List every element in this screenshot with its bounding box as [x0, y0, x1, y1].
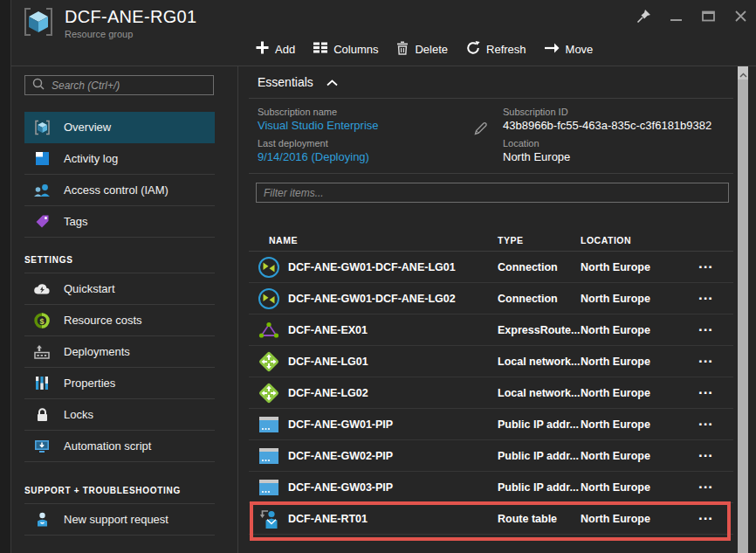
- row-context-menu-button[interactable]: ...: [685, 475, 733, 493]
- row-context-menu-button[interactable]: ...: [685, 318, 733, 335]
- resource-type: Public IP addr...: [498, 481, 581, 494]
- table-row[interactable]: DCF-ANE-EX01 ExpressRoute... North Europ…: [249, 315, 733, 346]
- minimize-button[interactable]: [667, 9, 684, 26]
- sidebar-item-label: Locks: [64, 408, 93, 421]
- sidebar-item-label: Tags: [64, 215, 87, 228]
- sidebar-nav-settings: SETTINGS Quickstart $ Resource costs: [24, 238, 215, 462]
- close-icon: [735, 10, 746, 25]
- close-button[interactable]: [732, 9, 749, 26]
- local-network-gateway-icon: [249, 382, 288, 404]
- chevron-up-icon: [739, 66, 747, 81]
- filter-row: [249, 174, 733, 203]
- add-button[interactable]: Add: [256, 40, 295, 58]
- table-row[interactable]: DCF-ANE-LG02 Local network... North Euro…: [249, 377, 733, 409]
- connection-icon: [249, 287, 288, 310]
- row-context-menu-button[interactable]: ...: [685, 507, 733, 524]
- sidebar-item-tags[interactable]: Tags: [24, 206, 215, 238]
- arrow-right-icon: [545, 43, 560, 56]
- search-icon: [32, 78, 45, 93]
- resource-group-heading: DCF-ANE-RG01 Resource group: [22, 6, 196, 41]
- maximize-button[interactable]: [699, 9, 717, 26]
- column-header-type[interactable]: TYPE: [498, 235, 581, 245]
- blade-left-seam: [0, 0, 11, 553]
- sidebar-item-label: Overview: [64, 121, 111, 134]
- resource-type: Route table: [498, 513, 581, 525]
- row-context-menu-button[interactable]: ...: [685, 349, 733, 367]
- sidebar-item-automation-script[interactable]: Automation script: [24, 431, 215, 462]
- sidebar-item-deployments[interactable]: Deployments: [24, 336, 215, 368]
- row-context-menu-button[interactable]: ...: [685, 381, 733, 398]
- window-controls: [635, 8, 749, 27]
- add-plus-icon: [256, 41, 269, 57]
- sidebar-search[interactable]: [24, 75, 214, 95]
- sidebar-item-overview[interactable]: Overview: [24, 112, 215, 143]
- subscription-id-value: 43b8966b-fc55-463a-835c-c3f6181b9382: [503, 119, 733, 133]
- refresh-button-label: Refresh: [486, 43, 526, 56]
- resource-group-cube-icon: [33, 119, 51, 136]
- blade-header: DCF-ANE-RG01 Resource group: [11, 0, 756, 66]
- table-row[interactable]: DCF-ANE-GW01-PIP Public IP addr... North…: [249, 409, 733, 440]
- resource-group-cube-icon: [22, 6, 55, 41]
- row-context-menu-button[interactable]: ...: [685, 287, 733, 304]
- table-row[interactable]: DCF-ANE-GW01-DCF-ANE-LG01 Connection Nor…: [249, 252, 733, 283]
- resource-location: North Europe: [581, 387, 685, 399]
- pencil-icon[interactable]: [473, 121, 489, 140]
- resource-name: DCF-ANE-GW01-PIP: [288, 418, 498, 431]
- table-row[interactable]: DCF-ANE-LG01 Local network... North Euro…: [249, 346, 733, 377]
- essentials-title: Essentials: [258, 75, 313, 89]
- resource-name: DCF-ANE-GW02-PIP: [288, 450, 498, 462]
- subscription-id-label: Subscription ID: [503, 107, 733, 118]
- column-header-location[interactable]: LOCATION: [581, 235, 733, 245]
- sidebar-item-new-support-request[interactable]: New support request: [24, 504, 215, 536]
- chevron-up-icon[interactable]: [326, 75, 338, 89]
- table-row-highlighted[interactable]: DCF-ANE-RT01 Route table North Europe ..…: [249, 503, 733, 535]
- public-ip-icon: [249, 479, 288, 496]
- maximize-icon: [702, 10, 715, 25]
- refresh-button[interactable]: Refresh: [466, 40, 526, 58]
- resource-name: DCF-ANE-EX01: [288, 324, 498, 336]
- delete-button[interactable]: Delete: [396, 40, 448, 58]
- pin-button[interactable]: [635, 9, 652, 26]
- essentials-header: Essentials: [249, 66, 733, 99]
- page-subtitle: Resource group: [65, 29, 196, 39]
- settings-section-header: SETTINGS: [24, 238, 215, 273]
- activity-log-icon: [33, 150, 51, 168]
- last-deployment-link[interactable]: 9/14/2016 (Deploying): [258, 150, 471, 164]
- location-label: Location: [503, 138, 733, 149]
- scroll-up-button[interactable]: [738, 66, 748, 79]
- last-deployment-label: Last deployment: [258, 138, 471, 149]
- sidebar-item-locks[interactable]: Locks: [24, 399, 215, 431]
- sidebar-item-activity-log[interactable]: Activity log: [24, 143, 215, 175]
- deployments-icon: [33, 343, 51, 361]
- resource-location: North Europe: [581, 324, 685, 336]
- columns-button[interactable]: Columns: [313, 40, 378, 58]
- column-header-name[interactable]: NAME: [269, 235, 498, 245]
- vertical-scrollbar[interactable]: [738, 66, 748, 553]
- location-value: North Europe: [503, 150, 733, 164]
- subscription-name-link[interactable]: Visual Studio Enterprise: [258, 119, 471, 133]
- row-context-menu-button[interactable]: ...: [685, 255, 733, 273]
- sidebar-item-access-control[interactable]: Access control (IAM): [24, 175, 215, 206]
- sidebar-item-quickstart[interactable]: Quickstart: [24, 273, 215, 305]
- table-row[interactable]: DCF-ANE-GW03-PIP Public IP addr... North…: [249, 472, 733, 503]
- row-context-menu-button[interactable]: ...: [685, 412, 733, 430]
- subscription-name-label: Subscription name: [258, 107, 471, 118]
- resource-type: ExpressRoute...: [498, 324, 581, 336]
- minimize-icon: [670, 10, 682, 25]
- row-context-menu-button[interactable]: ...: [685, 444, 733, 461]
- sidebar-item-resource-costs[interactable]: $ Resource costs: [24, 305, 215, 336]
- resource-type: Local network...: [498, 387, 581, 399]
- table-row[interactable]: DCF-ANE-GW02-PIP Public IP addr... North…: [249, 440, 733, 472]
- sidebar-item-properties[interactable]: Properties: [24, 368, 215, 399]
- resource-name: DCF-ANE-RT01: [288, 513, 498, 525]
- tag-icon: [33, 213, 51, 231]
- support-person-icon: [33, 511, 51, 529]
- move-button[interactable]: Move: [545, 40, 594, 58]
- resource-location: North Europe: [581, 261, 685, 273]
- search-input[interactable]: [52, 79, 206, 92]
- table-row[interactable]: DCF-ANE-GW01-DCF-ANE-LG02 Connection Nor…: [249, 283, 733, 315]
- cloud-quickstart-icon: [33, 280, 51, 298]
- support-section-header: SUPPORT + TROUBLESHOOTING: [24, 462, 215, 504]
- filter-items-input[interactable]: [256, 183, 729, 203]
- trash-icon: [396, 41, 409, 58]
